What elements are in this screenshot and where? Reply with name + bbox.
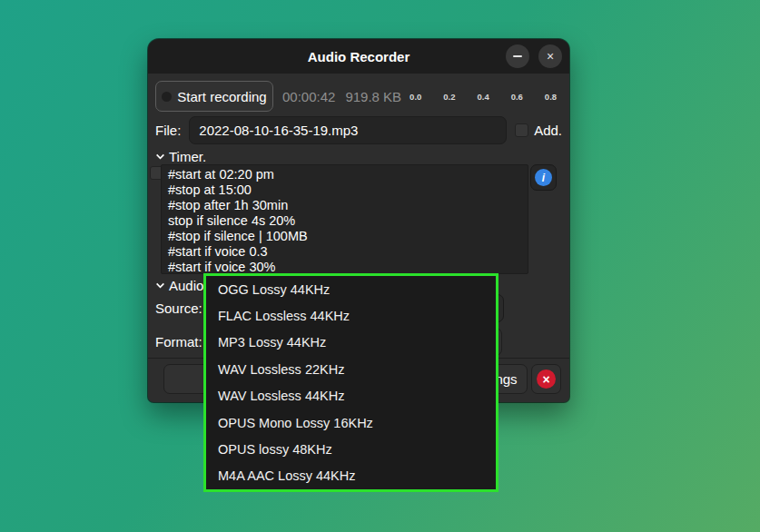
titlebar[interactable]: Audio Recorder × — [148, 39, 569, 74]
format-dropdown-menu: OGG Lossy 44KHz FLAC Lossless 44KHz MP3 … — [203, 273, 498, 492]
close-button[interactable]: × — [538, 44, 562, 68]
file-label: File: — [155, 123, 181, 138]
audio-expander-label: Audio — [169, 278, 203, 293]
meter-tick: 0.8 — [545, 92, 557, 102]
file-row: File: 2022-08-10-16-35-19.mp3 Add. — [155, 116, 562, 144]
timer-line: #start if voice 30% — [168, 260, 528, 274]
toolbar: Start recording 00:00:42 919.8 KB 0.0 0.… — [155, 81, 562, 112]
chevron-down-icon — [155, 281, 165, 291]
timer-line: #start at 02:20 pm — [168, 167, 528, 182]
desktop-background: Audio Recorder × Start recording 00:00:4… — [0, 0, 760, 532]
menu-item-wav22[interactable]: WAV Lossless 22KHz — [206, 356, 496, 382]
menu-item-m4a[interactable]: M4A AAC Lossy 44KHz — [206, 463, 496, 489]
window-title: Audio Recorder — [308, 49, 410, 64]
start-recording-label: Start recording — [177, 89, 266, 104]
add-checkbox-label: Add. — [534, 123, 562, 138]
timer-expander-label: Timer. — [169, 149, 206, 164]
format-label: Format: — [155, 334, 202, 350]
audio-expander[interactable]: Audio — [155, 278, 203, 293]
quit-icon: × — [537, 369, 556, 389]
elapsed-time: 00:00:42 — [282, 89, 335, 104]
source-label: Source: — [155, 300, 202, 316]
menu-item-wav44[interactable]: WAV Lossless 44KHz — [206, 383, 496, 409]
timer-line: #stop at 15:00 — [168, 182, 528, 198]
timer-info-button[interactable]: i — [530, 164, 557, 191]
quit-button[interactable]: × — [531, 364, 561, 394]
minimize-icon — [513, 55, 522, 57]
minimize-button[interactable] — [506, 44, 529, 68]
meter-tick: 0.2 — [443, 92, 455, 102]
menu-item-opus48[interactable]: OPUS lossy 48KHz — [206, 436, 496, 462]
timer-line: stop if silence 4s 20% — [168, 213, 528, 229]
meter-tick: 0.6 — [511, 92, 523, 102]
close-icon: × — [547, 49, 554, 64]
add-checkbox[interactable] — [515, 123, 528, 137]
timer-commands-textarea[interactable]: #start at 02:20 pm #stop at 15:00 #stop … — [161, 164, 528, 274]
level-meter-scale: 0.0 0.2 0.4 0.6 0.8 — [410, 92, 557, 102]
timer-line: #stop if silence | 100MB — [168, 229, 528, 244]
filename-input[interactable]: 2022-08-10-16-35-19.mp3 — [189, 116, 507, 144]
menu-item-ogg[interactable]: OGG Lossy 44KHz — [206, 276, 496, 302]
menu-item-mp3[interactable]: MP3 Lossy 44KHz — [206, 330, 496, 356]
meter-tick: 0.0 — [410, 92, 421, 102]
menu-item-opus16[interactable]: OPUS Mono Lossy 16KHz — [206, 409, 496, 436]
meter-tick: 0.4 — [477, 92, 489, 102]
timer-line: #start if voice 0.3 — [168, 244, 528, 260]
record-icon — [162, 92, 172, 102]
recorded-size: 919.8 KB — [345, 89, 401, 104]
timer-line: #stop after 1h 30min — [168, 198, 528, 213]
start-recording-button[interactable]: Start recording — [155, 81, 273, 112]
info-icon: i — [535, 169, 552, 186]
menu-item-flac[interactable]: FLAC Lossless 44KHz — [206, 302, 496, 329]
timer-expander[interactable]: Timer. — [155, 149, 206, 164]
chevron-down-icon — [155, 152, 165, 162]
